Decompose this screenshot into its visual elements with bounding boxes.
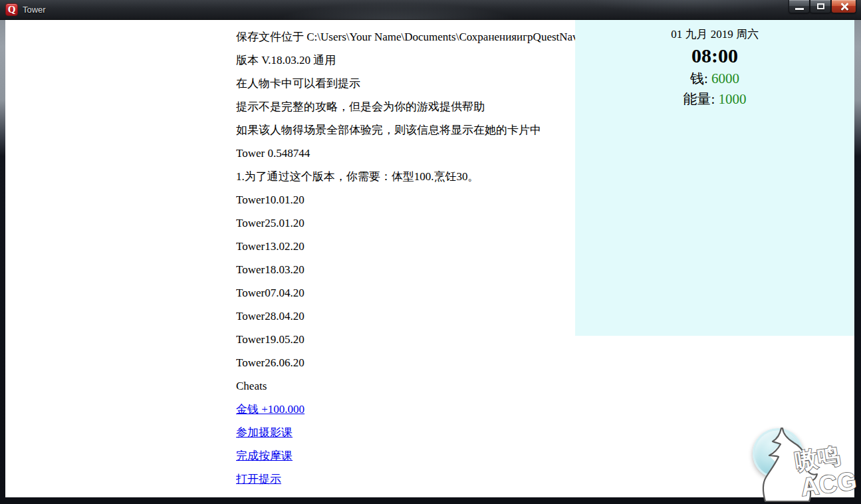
text-line: 版本 V.18.03.20 通用 bbox=[236, 49, 582, 72]
money-value: 6000 bbox=[711, 70, 739, 86]
text-line: Tower13.02.20 bbox=[236, 235, 582, 258]
money-label: 钱: bbox=[690, 70, 708, 86]
text-line: Tower28.04.20 bbox=[236, 305, 582, 328]
game-page: 保存文件位于 C:\Users\Your Name\Documents\Сохр… bbox=[5, 20, 854, 497]
text-line: 在人物卡中可以看到提示 bbox=[236, 72, 582, 95]
app-icon: Q bbox=[5, 3, 18, 16]
game-date: 01 九月 2019 周六 bbox=[575, 26, 854, 43]
energy-stat: 能量:1000 bbox=[575, 89, 854, 110]
app-window: Q Tower 保存文件位于 C:\Users\Your Name\Docume… bbox=[0, 0, 861, 504]
cheat-link[interactable]: 完成按摩课 bbox=[236, 449, 293, 462]
text-line: 1.为了通过这个版本，你需要：体型100.烹饪30。 bbox=[236, 165, 582, 188]
title-bar: Q Tower bbox=[0, 0, 861, 20]
minimize-button[interactable] bbox=[789, 0, 810, 13]
window-title: Tower bbox=[23, 5, 46, 15]
maximize-icon bbox=[817, 3, 824, 9]
text-line: Tower18.03.20 bbox=[236, 258, 582, 281]
text-line: Tower 0.548744 bbox=[236, 142, 582, 165]
cheat-link-line: 完成按摩课 bbox=[236, 444, 582, 467]
money-stat: 钱:6000 bbox=[575, 68, 854, 89]
cheat-link-line: 参加摄影课 bbox=[236, 421, 582, 444]
minimize-icon bbox=[795, 8, 804, 10]
maximize-button[interactable] bbox=[810, 0, 831, 13]
chevron-left-icon bbox=[766, 440, 793, 471]
text-line: 提示不是完整的攻略，但是会为你的游戏提供帮助 bbox=[236, 95, 582, 118]
cheat-link[interactable]: 参加摄影课 bbox=[236, 426, 293, 439]
close-button[interactable] bbox=[831, 0, 856, 13]
text-line: Cheats bbox=[236, 374, 582, 398]
cheat-link-line: 打开提示 bbox=[236, 467, 582, 491]
back-button[interactable] bbox=[753, 428, 803, 479]
text-line: Tower25.01.20 bbox=[236, 211, 582, 235]
energy-value: 1000 bbox=[718, 91, 746, 107]
game-text: 保存文件位于 C:\Users\Your Name\Documents\Сохр… bbox=[236, 25, 582, 491]
close-icon bbox=[840, 2, 849, 11]
game-time: 08:00 bbox=[575, 43, 854, 68]
cheat-link[interactable]: 金钱 +100.000 bbox=[236, 403, 305, 416]
text-line: Tower10.01.20 bbox=[236, 188, 582, 211]
cheat-link-line: 金钱 +100.000 bbox=[236, 398, 582, 421]
energy-label: 能量: bbox=[683, 91, 715, 107]
status-sidebar: 01 九月 2019 周六 08:00 钱:6000 能量:1000 bbox=[575, 20, 854, 336]
text-line: Tower26.06.20 bbox=[236, 351, 582, 374]
text-line: 如果该人物得场景全部体验完，则该信息将显示在她的卡片中 bbox=[236, 118, 582, 142]
text-line: 保存文件位于 C:\Users\Your Name\Documents\Сохр… bbox=[236, 25, 582, 49]
text-line: Tower19.05.20 bbox=[236, 328, 582, 351]
cheat-link[interactable]: 打开提示 bbox=[236, 473, 281, 485]
text-line: Tower07.04.20 bbox=[236, 281, 582, 305]
